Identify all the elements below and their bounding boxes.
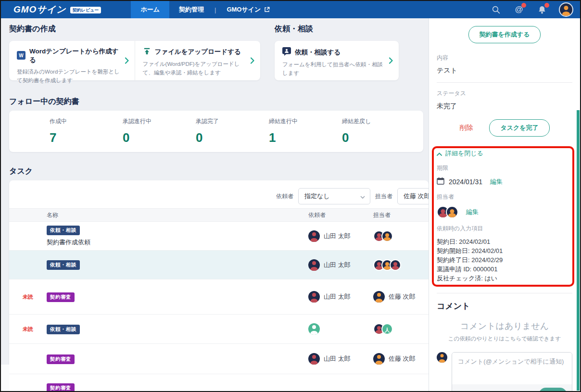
stat-value: 0: [196, 130, 244, 145]
mention-notification-dot: [521, 3, 526, 8]
bell-notification-dot: [544, 3, 549, 8]
comment-input[interactable]: [452, 353, 572, 382]
task-type-badge: 契約審査: [47, 292, 75, 302]
chevron-right-icon: [250, 57, 254, 66]
content-label: 内容: [437, 54, 572, 62]
stat-value: 7: [50, 130, 98, 145]
requester-name: 山田 太郎: [324, 354, 351, 363]
table-row[interactable]: 契約審査 山田 太郎 佐藤 次郎: [9, 344, 429, 374]
assignee-initial-avatar: 人: [381, 323, 393, 335]
status-label: ステータス: [437, 89, 572, 98]
input-line: 契約開始日: 2024/02/01: [437, 246, 572, 255]
requester-avatar: [308, 291, 320, 303]
content-value: テスト: [437, 66, 572, 75]
table-row[interactable]: 契約審査: [9, 374, 429, 392]
assignee-avatar: [373, 353, 385, 365]
input-line: 反社チェック済: はい: [437, 274, 572, 283]
stat-signing-in-progress: 締結進行中 1: [269, 117, 317, 145]
table-row[interactable]: 未読 契約審査 山田 太郎 佐藤 次郎: [9, 279, 429, 315]
app-window: GMOサイン契約レビュー ホーム 契約管理 | GMOサイン @: [0, 0, 581, 392]
assignee-filter-select[interactable]: 佐藤 次郎: [397, 188, 429, 204]
card-title: 依頼・相談する: [295, 48, 341, 57]
assignee-avatars: [437, 206, 458, 218]
chevron-up-icon: [437, 150, 442, 157]
task-type-badge: 契約審査: [47, 383, 75, 392]
column-requester: 依頼者: [308, 211, 373, 219]
chevron-right-icon: [389, 57, 393, 66]
tab-gmosign-external[interactable]: GMOサイン: [217, 1, 279, 18]
assignee-filter-value: 佐藤 次郎: [404, 192, 429, 201]
assignee-name: 佐藤 次郎: [389, 292, 416, 301]
card-word-template[interactable]: W Wordテンプレートから作成する 登録済みのWordテンプレートを雛形として…: [9, 41, 135, 80]
requester-name: 山田 太郎: [324, 232, 351, 240]
card-desc: ファイル(Word/PDF)をアップロードして、編集や承認・締結をします: [143, 60, 251, 77]
requester-name: 山田 太郎: [324, 261, 351, 269]
card-desc: フォームを利用して担当者へ依頼・相談します: [282, 60, 389, 78]
task-type-badge: 依頼・相談: [47, 325, 80, 334]
user-avatar[interactable]: [560, 3, 572, 16]
create-contract-cards: W Wordテンプレートから作成する 登録済みのWordテンプレートを雛形として…: [9, 41, 260, 80]
task-title-text: 契約書作成依頼: [47, 238, 308, 247]
consult-section-title: 依頼・相談: [275, 24, 429, 34]
app-logo: GMOサイン契約レビュー: [13, 3, 101, 16]
assignee-avatars: [373, 230, 393, 242]
mention-icon[interactable]: @: [514, 4, 524, 15]
follow-section-title: フォロー中の契約書: [9, 97, 429, 107]
stat-approval-in-progress: 承認進行中 0: [123, 117, 171, 145]
comment-composer: 投稿: [437, 352, 572, 392]
post-comment-button[interactable]: 投稿: [539, 388, 567, 392]
requester-filter-label: 依頼者: [276, 192, 293, 201]
tab-separator: |: [214, 6, 217, 13]
table-header: 名称 依頼者 担当者: [9, 208, 429, 222]
task-filters: 依頼者 指定なし 担当者 佐藤 次郎: [9, 180, 429, 208]
table-row[interactable]: 依頼・相談 契約書作成依頼 山田 太郎: [9, 222, 429, 251]
card-upload-file[interactable]: ファイルをアップロードする ファイル(Word/PDF)をアップロードして、編集…: [135, 41, 261, 80]
comments-title: コメント: [437, 301, 572, 312]
divider: [437, 82, 572, 83]
external-link-icon: [264, 7, 270, 13]
stat-signing-returned: 締結差戻し 0: [342, 117, 390, 145]
delete-link[interactable]: 削除: [459, 124, 473, 132]
unread-label: 未読: [23, 326, 33, 333]
tab-home[interactable]: ホーム: [131, 1, 169, 18]
tab-contract-management[interactable]: 契約管理: [169, 1, 214, 18]
scroll-gutter: [1, 365, 9, 392]
table-row[interactable]: 未読 依頼・相談 人: [9, 315, 429, 344]
requester-filter-select[interactable]: 指定なし: [298, 188, 370, 204]
follow-stats-card: 作成中 7 承認進行中 0 承認完了 0 締結進行中 1 締結差戻し 0: [9, 111, 423, 152]
card-desc: 登録済みのWordテンプレートを雛形として契約書を作成します: [17, 67, 125, 85]
stat-value: 1: [269, 130, 317, 145]
stat-value: 0: [123, 130, 171, 145]
complete-task-button[interactable]: タスクを完了: [489, 119, 549, 137]
edit-assignee-link[interactable]: 編集: [466, 208, 479, 216]
search-icon[interactable]: [491, 4, 501, 15]
card-title: Wordテンプレートから作成する: [29, 47, 125, 64]
svg-text:W: W: [19, 53, 24, 58]
logo-text: GMOサイン: [13, 4, 66, 14]
word-icon: W: [17, 51, 25, 61]
close-details-label: 詳細を閉じる: [445, 149, 483, 158]
close-details-link[interactable]: 詳細を閉じる: [437, 149, 572, 158]
table-row[interactable]: 依頼・相談 山田 太郎: [9, 251, 429, 279]
stat-label: 承認進行中: [123, 117, 171, 126]
stat-value: 0: [342, 130, 390, 145]
requester-filter-value: 指定なし: [304, 192, 330, 201]
assignee-avatar: [373, 291, 385, 303]
card-consult[interactable]: 依頼・相談する フォームを利用して担当者へ依頼・相談します: [275, 41, 399, 80]
assignee-avatars: 人: [373, 323, 393, 335]
request-inputs-label: 依頼時の入力項目: [437, 225, 572, 233]
task-type-badge: 契約審査: [47, 354, 75, 364]
input-line: 契約終了日: 2024/02/29: [437, 255, 572, 265]
requester-avatar: [308, 230, 320, 242]
scrollbar-thumb[interactable]: [577, 110, 580, 391]
card-title: ファイルをアップロードする: [155, 48, 241, 56]
input-line: 契約日: 2024/02/01: [437, 237, 572, 246]
divider: [437, 293, 572, 293]
edit-deadline-link[interactable]: 編集: [490, 177, 503, 186]
stat-drafting: 作成中 7: [50, 117, 98, 145]
bell-icon[interactable]: [537, 4, 547, 15]
assignee-filter-label: 担当者: [375, 192, 392, 201]
create-contract-button[interactable]: 契約書を作成する: [468, 26, 541, 43]
deadline-value: 2024/01/31: [449, 178, 482, 186]
assignee-label: 担当者: [437, 193, 572, 201]
